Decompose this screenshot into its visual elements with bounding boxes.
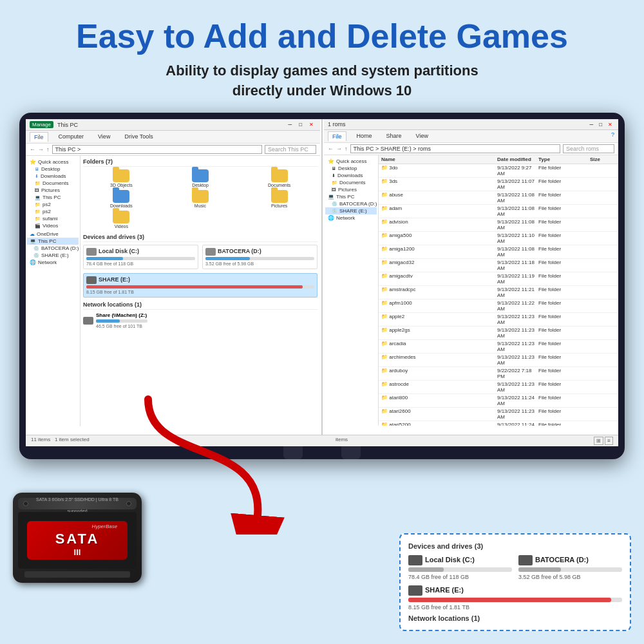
sidebar-item-onedrive[interactable]: ☁OneDrive [27, 231, 79, 238]
file-list-scroll[interactable]: 📁 3do9/13/2022 9:27 AMFile folder 📁 3ds9… [379, 164, 618, 426]
file-row-advision[interactable]: 📁 advision9/13/2022 11:08 AMFile folder [379, 218, 618, 232]
file-row-apfm1000[interactable]: 📁 apfm10009/13/2022 11:22 AMFile folder [379, 299, 618, 313]
sidebar-item-documents[interactable]: 📁Documents [27, 180, 79, 187]
sidebar-item-downloads[interactable]: ⬇Downloads [27, 173, 79, 180]
drive-e[interactable]: SHARE (E:) 8.15 GB free of 1.81 TB [83, 273, 317, 298]
back-btn[interactable]: ← [30, 146, 35, 153]
tab-file[interactable]: File [30, 132, 48, 142]
sidebar-item-pictures[interactable]: 🖼Pictures [27, 187, 79, 194]
sidebar-r-batocera[interactable]: 💿BATOCERA (D:) [325, 200, 377, 207]
file-row-apple2[interactable]: 📁 apple29/13/2022 11:23 AMFile folder [379, 313, 618, 327]
forward-btn-r[interactable]: → [336, 146, 342, 152]
panel-divider [321, 119, 323, 435]
ssd-description: SATA 3 6Gb/s 2.5" SSD/HDD | Ultra 8 TB s… [36, 497, 118, 513]
ribbon-left: File Computer View Drive Tools [26, 131, 320, 144]
network-share[interactable]: Share (\\Machen) (Z:) 46.5 GB free of 10… [83, 312, 317, 328]
sidebar-item-network[interactable]: 🌐Network [27, 259, 79, 266]
file-row-amigacdtv[interactable]: 📁 amigacdtv9/13/2022 11:19 AMFile folder [379, 272, 618, 286]
file-row-arduboy[interactable]: 📁 arduboy9/22/2022 7:18 PMFile folder [379, 367, 618, 381]
tab-computer[interactable]: Computer [55, 132, 88, 142]
file-row-atari5200[interactable]: 📁 atari52009/13/2022 11:24 AMFile folder [379, 421, 618, 426]
file-row-amigacd32[interactable]: 📁 amigacd329/13/2022 11:18 AMFile folder [379, 259, 618, 272]
tab-share-r[interactable]: Share [383, 131, 406, 141]
sidebar-r-pictures[interactable]: 🖼Pictures [325, 186, 377, 193]
minimize-btn-r[interactable]: ─ [587, 122, 595, 128]
file-row-archimedes[interactable]: 📁 archimedes9/13/2022 11:23 AMFile folde… [379, 354, 618, 367]
folders-section-header: Folders (7) [83, 158, 317, 167]
drive-c[interactable]: Local Disk (C:) 78.4 GB free of 118 GB [83, 245, 198, 269]
search-left[interactable]: Search This PC [265, 145, 316, 154]
status-right: items [336, 437, 348, 445]
sidebar-item-ps2-1[interactable]: 📁ps2 [27, 201, 79, 208]
callout-d-name: BATOCERA (D:) [535, 556, 589, 564]
sidebar-item-share[interactable]: 💿SHARE (E:) [27, 252, 79, 259]
tab-view-r[interactable]: View [412, 131, 432, 141]
maximize-btn-r[interactable]: □ [597, 122, 604, 128]
sidebar-item-desktop[interactable]: 🖥Desktop [27, 166, 79, 173]
ssd-red-label: HyperBase SATA III [27, 521, 128, 560]
list-view-btn[interactable]: ≡ [605, 437, 613, 445]
folder-3dobjects[interactable]: 3D Objects [83, 169, 160, 187]
address-path-left[interactable]: This PC > [52, 145, 263, 154]
address-path-right[interactable]: This PC > SHARE (E:) > roms [350, 144, 561, 153]
file-row-3ds[interactable]: 📁 3ds9/13/2022 11:07 AMFile folder [379, 178, 618, 191]
subtitle: Ability to display games and system part… [26, 61, 618, 101]
minimize-btn[interactable]: ─ [285, 122, 294, 128]
folder-videos[interactable]: Videos [83, 211, 160, 229]
sidebar-item-thispc-quick[interactable]: 💻This PC [27, 194, 79, 201]
close-btn[interactable]: ✕ [307, 122, 316, 128]
ssd-drive: SATA 3 6Gb/s 2.5" SSD/HDD | Ultra 8 TB s… [13, 493, 142, 596]
sidebar-item-thispc[interactable]: 💻This PC [27, 238, 79, 245]
sidebar-item-quickaccess[interactable]: ⭐Quick access [27, 158, 79, 166]
back-btn-r[interactable]: ← [328, 146, 334, 152]
sidebar-quickaccess: ⭐Quick access 🖥Desktop ⬇Downloads 📁Docum… [27, 158, 79, 229]
ssd-brand-text: HyperBase [92, 524, 118, 529]
folder-pictures[interactable]: Pictures [241, 190, 317, 208]
callout-c-size: 78.4 GB free of 118 GB [408, 574, 512, 580]
file-row-apple2gs[interactable]: 📁 apple2gs9/13/2022 11:23 AMFile folder [379, 327, 618, 340]
folder-music[interactable]: Music [162, 190, 239, 208]
tab-home-r[interactable]: Home [353, 131, 376, 141]
file-row-arcadia[interactable]: 📁 arcadia9/13/2022 11:23 AMFile folder [379, 340, 618, 354]
sidebar-r-quickaccess[interactable]: ⭐Quick access [325, 158, 377, 165]
close-btn-r[interactable]: ✕ [606, 122, 614, 128]
sidebar-r-network[interactable]: 🌐Network [325, 214, 377, 222]
folder-documents[interactable]: Documents [241, 169, 317, 187]
sidebar-item-batocera[interactable]: 💿BATOCERA (D:) [27, 245, 79, 252]
file-row-amstradcpc[interactable]: 📁 amstradcpc9/13/2022 11:21 AMFile folde… [379, 286, 618, 299]
explorer-body-left: ⭐Quick access 🖥Desktop ⬇Downloads 📁Docum… [26, 156, 320, 426]
file-row-astrocde[interactable]: 📁 astrocde9/13/2022 11:23 AMFile folder [379, 381, 618, 394]
up-btn-r[interactable]: ↑ [345, 146, 348, 152]
file-row-amiga1200[interactable]: 📁 amiga12009/13/2022 11:08 AMFile folder [379, 245, 618, 259]
search-right[interactable]: Search roms [563, 144, 614, 153]
file-row-adam[interactable]: 📁 adam9/13/2022 11:08 AMFile folder [379, 205, 618, 218]
callout-c-name: Local Disk (C:) [425, 556, 475, 564]
sidebar-item-sufami[interactable]: 📁sufami [27, 215, 79, 222]
drive-d[interactable]: BATOCERA (D:) 3.52 GB free of 5.98 GB [202, 245, 317, 269]
tab-drivetools[interactable]: Drive Tools [120, 132, 156, 142]
file-row-abuse[interactable]: 📁 abuse9/13/2022 11:08 AMFile folder [379, 191, 618, 205]
file-row-amiga500[interactable]: 📁 amiga5009/13/2022 11:10 AMFile folder [379, 232, 618, 245]
address-bar-left: ← → ↑ This PC > Search This PC [26, 144, 320, 156]
forward-btn[interactable]: → [38, 146, 44, 153]
sidebar-item-videos[interactable]: 🎬Videos [27, 222, 79, 229]
tab-file-r[interactable]: File [328, 131, 346, 141]
sidebar-r-desktop[interactable]: 🖥Desktop [325, 165, 377, 172]
grid-view-btn[interactable]: ⊞ [594, 437, 603, 445]
tab-view[interactable]: View [94, 132, 114, 142]
ssd-body: SATA 3 6Gb/s 2.5" SSD/HDD | Ultra 8 TB s… [13, 493, 142, 583]
sidebar-item-ps2-2[interactable]: 📁ps2 [27, 208, 79, 215]
sidebar-r-share[interactable]: 💿SHARE (E:) [325, 207, 377, 214]
folder-desktop[interactable]: Desktop [162, 169, 239, 187]
file-row-3do[interactable]: 📁 3do9/13/2022 9:27 AMFile folder [379, 164, 618, 178]
help-btn[interactable]: ? [611, 131, 614, 141]
sidebar-r-documents[interactable]: 📁Documents [325, 179, 377, 186]
sidebar-r-downloads[interactable]: ⬇Downloads [325, 172, 377, 179]
file-row-atari2600[interactable]: 📁 atari26009/13/2022 11:23 AMFile folder [379, 408, 618, 421]
file-row-atari800[interactable]: 📁 atari8009/13/2022 11:24 AMFile folder [379, 394, 618, 408]
folder-downloads[interactable]: Downloads [83, 190, 160, 208]
up-btn[interactable]: ↑ [46, 146, 50, 153]
maximize-btn[interactable]: □ [296, 122, 305, 128]
sidebar-r-thispc[interactable]: 💻This PC [325, 193, 377, 200]
window-controls-right: ─ □ ✕ [587, 122, 614, 128]
